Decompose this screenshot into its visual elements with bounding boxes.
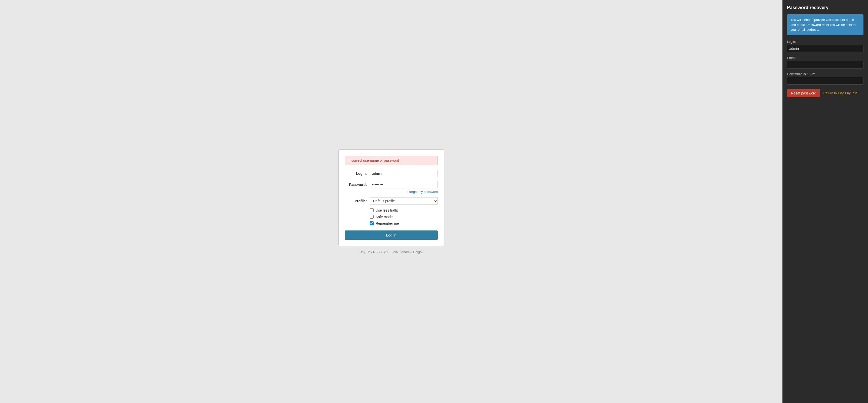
remember-me-label[interactable]: Remember me [376,222,399,225]
password-label: Password: [345,182,370,186]
sidebar-math-input[interactable] [787,77,864,85]
safe-mode-label[interactable]: Safe mode [376,215,393,219]
password-input[interactable] [370,181,438,189]
return-link[interactable]: Return to Tiny Tiny RSS [823,91,858,95]
sidebar-login-label: Login: [787,40,864,44]
password-recovery-sidebar: Password recovery You will need to provi… [782,0,868,403]
password-row: Password: [345,181,438,189]
safe-mode-checkbox[interactable] [370,215,374,219]
remember-me-checkbox[interactable] [370,222,374,225]
info-box: You will need to provide valid account n… [787,15,864,35]
sidebar-actions: Reset password Return to Tiny Tiny RSS [787,89,864,97]
login-label: Login: [345,172,370,176]
error-banner: Incorrect username or password [345,156,438,165]
login-box: Incorrect username or password Login: Pa… [338,149,444,246]
reset-password-button[interactable]: Reset password [787,89,820,97]
use-less-traffic-checkbox[interactable] [370,208,374,212]
profile-row: Profile: Default profile [345,197,438,205]
remember-me-row: Remember me [370,222,438,225]
profile-select[interactable]: Default profile [370,197,438,205]
footer-text: Tiny Tiny RSS © 2005–2023 Andrew Dolgov [359,250,424,254]
forgot-row: I forgot my password [345,190,438,194]
sidebar-math-label: How much is 5 + 2: [787,72,864,76]
login-row: Login: [345,170,438,177]
sidebar-email-label: Email: [787,56,864,60]
safe-mode-row: Safe mode [370,215,438,219]
use-less-traffic-label[interactable]: Use less traffic [376,208,399,212]
sidebar-login-input[interactable] [787,45,864,52]
login-input[interactable] [370,170,438,177]
use-less-traffic-row: Use less traffic [370,208,438,212]
main-area: Incorrect username or password Login: Pa… [0,0,782,403]
profile-label: Profile: [345,199,370,203]
sidebar-title: Password recovery [787,5,864,10]
login-button[interactable]: Log in [345,230,438,240]
error-message: Incorrect username or password [348,159,399,163]
sidebar-email-input[interactable] [787,61,864,68]
forgot-link[interactable]: I forgot my password [407,190,438,194]
